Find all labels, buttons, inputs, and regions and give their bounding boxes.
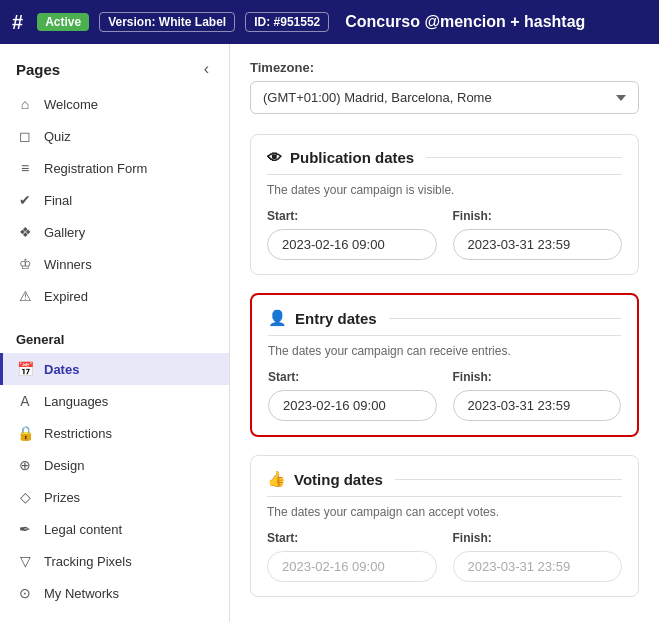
entry-dates-start-col: Start: 2023-02-16 09:00 (268, 370, 437, 421)
sidebar-item-quiz[interactable]: ◻Quiz (0, 120, 229, 152)
restrictions-icon: 🔒 (16, 424, 34, 442)
entry-dates-finish-label: Finish: (453, 370, 622, 384)
sections-container: 👁 Publication dates The dates your campa… (250, 134, 639, 597)
publication-dates-finish-col: Finish: 2023-03-31 23:59 (453, 209, 623, 260)
entry-dates-title: Entry dates (295, 310, 377, 327)
gallery-icon: ❖ (16, 223, 34, 241)
dates-icon: 📅 (16, 360, 34, 378)
publication-dates-start-col: Start: 2023-02-16 09:00 (267, 209, 437, 260)
main-layout: Pages ‹ ⌂Welcome◻Quiz≡Registration Form✔… (0, 44, 659, 622)
campaign-title: Concurso @mencion + hashtag (345, 13, 585, 31)
sidebar-item-final[interactable]: ✔Final (0, 184, 229, 216)
sidebar-item-label: Expired (44, 289, 88, 304)
sidebar-item-label: Legal content (44, 522, 122, 537)
sidebar-item-label: Design (44, 458, 84, 473)
voting-dates-start-col: Start: 2023-02-16 09:00 (267, 531, 437, 582)
timezone-label: Timezone: (250, 60, 639, 75)
publication-dates-finish-input[interactable]: 2023-03-31 23:59 (453, 229, 623, 260)
voting-dates-heading: 👍 Voting dates (267, 470, 622, 497)
sidebar-item-prizes[interactable]: ◇Prizes (0, 481, 229, 513)
entry-dates-icon: 👤 (268, 309, 287, 327)
voting-dates-section: 👍 Voting dates The dates your campaign c… (250, 455, 639, 597)
registration-form-icon: ≡ (16, 159, 34, 177)
expired-icon: ⚠ (16, 287, 34, 305)
voting-dates-date-row: Start: 2023-02-16 09:00 Finish: 2023-03-… (267, 531, 622, 582)
design-icon: ⊕ (16, 456, 34, 474)
sidebar-item-winners[interactable]: ♔Winners (0, 248, 229, 280)
voting-dates-finish-col: Finish: 2023-03-31 23:59 (453, 531, 623, 582)
winners-icon: ♔ (16, 255, 34, 273)
entry-dates-description: The dates your campaign can receive entr… (268, 344, 621, 358)
voting-dates-finish-input: 2023-03-31 23:59 (453, 551, 623, 582)
content-area: Timezone: (GMT+01:00) Madrid, Barcelona,… (230, 44, 659, 622)
sidebar-item-tracking-pixels[interactable]: ▽Tracking Pixels (0, 545, 229, 577)
voting-dates-title: Voting dates (294, 471, 383, 488)
voting-dates-start-label: Start: (267, 531, 437, 545)
sidebar-item-my-networks[interactable]: ⊙My Networks (0, 577, 229, 609)
publication-dates-heading: 👁 Publication dates (267, 149, 622, 175)
timezone-group: Timezone: (GMT+01:00) Madrid, Barcelona,… (250, 60, 639, 114)
final-icon: ✔ (16, 191, 34, 209)
sidebar-item-dates[interactable]: 📅Dates (0, 353, 229, 385)
sidebar-item-label: Dates (44, 362, 79, 377)
sidebar-item-gallery[interactable]: ❖Gallery (0, 216, 229, 248)
welcome-icon: ⌂ (16, 95, 34, 113)
sidebar-item-label: Tracking Pixels (44, 554, 132, 569)
publication-dates-date-row: Start: 2023-02-16 09:00 Finish: 2023-03-… (267, 209, 622, 260)
sidebar-item-label: Languages (44, 394, 108, 409)
sidebar-item-label: Winners (44, 257, 92, 272)
prizes-icon: ◇ (16, 488, 34, 506)
collapse-button[interactable]: ‹ (200, 58, 213, 80)
tracking-pixels-icon: ▽ (16, 552, 34, 570)
publication-dates-section: 👁 Publication dates The dates your campa… (250, 134, 639, 275)
quiz-icon: ◻ (16, 127, 34, 145)
voting-dates-description: The dates your campaign can accept votes… (267, 505, 622, 519)
publication-dates-start-input[interactable]: 2023-02-16 09:00 (267, 229, 437, 260)
sidebar-item-restrictions[interactable]: 🔒Restrictions (0, 417, 229, 449)
sidebar-item-label: Final (44, 193, 72, 208)
my-networks-icon: ⊙ (16, 584, 34, 602)
header: # Active Version: White Label ID: #95155… (0, 0, 659, 44)
legal-content-icon: ✒ (16, 520, 34, 538)
version-badge: Version: White Label (99, 12, 235, 32)
voting-dates-finish-label: Finish: (453, 531, 623, 545)
publication-dates-description: The dates your campaign is visible. (267, 183, 622, 197)
hash-icon: # (12, 11, 23, 34)
sidebar-item-label: Registration Form (44, 161, 147, 176)
entry-dates-heading: 👤 Entry dates (268, 309, 621, 336)
timezone-select[interactable]: (GMT+01:00) Madrid, Barcelona, Rome (250, 81, 639, 114)
sidebar-item-design[interactable]: ⊕Design (0, 449, 229, 481)
entry-dates-date-row: Start: 2023-02-16 09:00 Finish: 2023-03-… (268, 370, 621, 421)
sidebar-item-label: My Networks (44, 586, 119, 601)
entry-dates-section: 👤 Entry dates The dates your campaign ca… (250, 293, 639, 437)
general-nav: 📅DatesALanguages🔒Restrictions⊕Design◇Pri… (0, 353, 229, 617)
entry-dates-start-label: Start: (268, 370, 437, 384)
pages-nav: ⌂Welcome◻Quiz≡Registration Form✔Final❖Ga… (0, 88, 229, 320)
entry-dates-finish-input[interactable]: 2023-03-31 23:59 (453, 390, 622, 421)
publication-dates-title: Publication dates (290, 149, 414, 166)
sidebar-item-label: Prizes (44, 490, 80, 505)
voting-dates-icon: 👍 (267, 470, 286, 488)
sidebar-item-languages[interactable]: ALanguages (0, 385, 229, 417)
publication-dates-finish-label: Finish: (453, 209, 623, 223)
sidebar: Pages ‹ ⌂Welcome◻Quiz≡Registration Form✔… (0, 44, 230, 622)
voting-dates-start-input: 2023-02-16 09:00 (267, 551, 437, 582)
sidebar-item-expired[interactable]: ⚠Expired (0, 280, 229, 312)
sidebar-item-label: Welcome (44, 97, 98, 112)
publication-dates-start-label: Start: (267, 209, 437, 223)
sidebar-item-label: Restrictions (44, 426, 112, 441)
sidebar-item-label: Quiz (44, 129, 71, 144)
sidebar-pages-header: Pages ‹ (0, 44, 229, 88)
entry-dates-start-input[interactable]: 2023-02-16 09:00 (268, 390, 437, 421)
status-badge: Active (37, 13, 89, 31)
sidebar-item-legal-content[interactable]: ✒Legal content (0, 513, 229, 545)
sidebar-item-welcome[interactable]: ⌂Welcome (0, 88, 229, 120)
general-label: General (0, 320, 229, 353)
sidebar-item-registration-form[interactable]: ≡Registration Form (0, 152, 229, 184)
sidebar-item-label: Gallery (44, 225, 85, 240)
publication-dates-icon: 👁 (267, 149, 282, 166)
entry-dates-finish-col: Finish: 2023-03-31 23:59 (453, 370, 622, 421)
id-badge: ID: #951552 (245, 12, 329, 32)
languages-icon: A (16, 392, 34, 410)
pages-label: Pages (16, 61, 60, 78)
